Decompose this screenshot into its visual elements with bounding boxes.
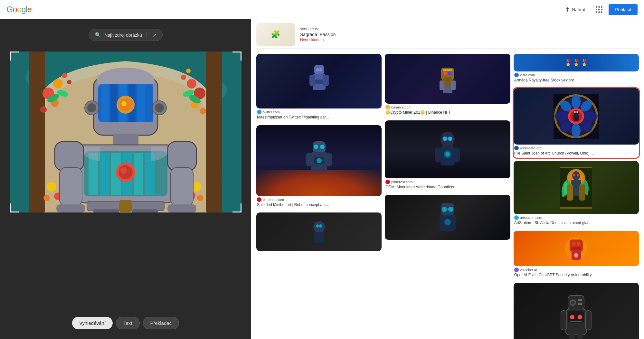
grid-item-source: pinterest.com <box>385 180 509 184</box>
svg-rect-153 <box>561 311 567 330</box>
logo-o2: o <box>17 5 21 14</box>
svg-point-145 <box>571 301 575 305</box>
list-item[interactable]: twitter.com Maestropizzart on Twitter: "… <box>256 54 382 122</box>
svg-point-96 <box>440 132 455 148</box>
tab-search[interactable]: Vyhledávání <box>72 317 113 329</box>
grid-col-3: 🎖️🎖️🎖️ vista.com Armáda Royalty-free Sto… <box>514 54 639 339</box>
grid-col-1: twitter.com Maestropizzart on Twitter: "… <box>256 54 382 339</box>
source-domain: twitter.com <box>263 110 280 114</box>
svg-point-74 <box>316 68 319 71</box>
grid-item-info: wikimedia.org File:Saint Joan of Arc Chu… <box>514 145 639 158</box>
grid-item-info: artstation.com ArtStation - St. Alicia D… <box>514 214 639 228</box>
svg-rect-72 <box>309 75 315 86</box>
svg-point-101 <box>448 137 452 141</box>
svg-rect-135 <box>560 167 592 168</box>
upload-button[interactable]: ⬆ Nahrát <box>561 4 589 16</box>
apps-grid-icon <box>596 6 602 13</box>
svg-point-151 <box>578 315 582 319</box>
grid-item-title: COM: Modulated Aetherblade Gauntlets... <box>385 185 509 190</box>
svg-point-140 <box>577 242 581 246</box>
svg-point-47 <box>155 103 164 112</box>
svg-point-59 <box>120 167 127 174</box>
apps-button[interactable] <box>593 4 605 15</box>
grid-item-info: voicebot.ai OpenAI Fixes ChatGPT Securit… <box>514 266 639 280</box>
signin-button[interactable]: Přihlásit <box>609 4 638 15</box>
list-item[interactable]: voicebot.ai OpenAI Fixes ChatGPT Securit… <box>514 231 639 280</box>
svg-point-134 <box>577 174 579 176</box>
svg-rect-95 <box>451 80 456 90</box>
svg-rect-98 <box>435 148 442 162</box>
svg-rect-69 <box>132 209 158 212</box>
grid-item-source: voicebot.ai <box>514 268 638 272</box>
bracket-top-right <box>232 52 242 61</box>
bottom-tabs: Vyhledávání Text Překladač <box>72 317 179 329</box>
result-title: Sagrada: Passion <box>300 32 639 37</box>
logo-g2: g <box>21 5 25 14</box>
source-domain: voicebot.ai <box>520 268 537 272</box>
main-content: 🔍 Najít zdroj obrázku ↗ <box>0 19 644 339</box>
svg-point-84 <box>317 158 322 163</box>
list-item[interactable]: artstation.com ArtStation - St. Alicia D… <box>514 161 639 228</box>
svg-rect-65 <box>167 204 196 212</box>
logo-o1: o <box>13 5 17 14</box>
svg-rect-67 <box>119 200 132 212</box>
grid-item-title: Shielded Minibot art | Robot concept art… <box>257 202 381 208</box>
top-result-info: svet-her.cz Sagrada: Passion Není sklade… <box>300 27 639 42</box>
source-domain: vista.com <box>520 73 535 77</box>
svg-point-23 <box>47 182 56 192</box>
list-item[interactable]: pinterest.com Shielded Minibot art | Rob… <box>256 125 382 210</box>
svg-rect-86 <box>314 232 324 243</box>
list-item[interactable]: binance.com 🪙Crypto Miner Z01🪙 | Binance… <box>385 54 510 117</box>
svg-rect-146 <box>578 299 582 301</box>
list-item[interactable] <box>385 195 510 240</box>
logo-g: G <box>6 5 13 14</box>
svg-rect-123 <box>573 115 579 121</box>
svg-rect-63 <box>171 167 193 206</box>
bracket-top-left <box>10 52 19 61</box>
grid-item-source: pinterest.com <box>257 197 381 202</box>
grid-item-source: artstation.com <box>514 215 638 220</box>
grid-item-title: File:Saint Joan of Arc Church (Powell, O… <box>514 151 638 156</box>
tab-text[interactable]: Text <box>116 317 140 329</box>
results-panel: 🧩 svet-her.cz Sagrada: Passion Není skla… <box>251 19 644 339</box>
svg-point-8 <box>53 79 63 89</box>
svg-rect-62 <box>60 167 82 206</box>
list-item[interactable]: wikimedia.org File:Saint Joan of Arc Chu… <box>514 88 639 158</box>
svg-rect-61 <box>167 142 196 171</box>
svg-point-25 <box>43 195 50 201</box>
list-item[interactable]: 🎖️🎖️🎖️ vista.com Armáda Royalty-free Sto… <box>514 54 639 85</box>
svg-point-17 <box>181 75 186 80</box>
source-domain: pinterest.com <box>263 198 284 202</box>
divider <box>147 33 147 38</box>
logo-e: e <box>27 5 31 14</box>
find-source-bar[interactable]: 🔍 Najít zdroj obrázku ↗ <box>89 29 163 41</box>
svg-rect-64 <box>56 204 85 212</box>
bracket-bottom-right <box>232 203 242 212</box>
upload-label: Nahrát <box>572 7 585 12</box>
grid-item-source: binance.com <box>385 105 509 109</box>
svg-point-87 <box>316 224 319 228</box>
tab-translate[interactable]: Překladač <box>143 317 179 329</box>
svg-point-75 <box>319 68 322 71</box>
header-right: ⬆ Nahrát Přihlásit <box>561 4 638 16</box>
image-grid: twitter.com Maestropizzart on Twitter: "… <box>256 51 639 339</box>
svg-rect-94 <box>440 80 444 90</box>
svg-point-12 <box>187 79 196 89</box>
grid-item-title: OpenAI Fixes ChatGPT Security Vulnerabil… <box>514 273 638 278</box>
grid-item-title: ArtStation - St. Alicia Dominica, staine… <box>514 221 638 226</box>
source-domain: wikimedia.org <box>520 146 542 150</box>
list-item[interactable] <box>256 212 382 251</box>
list-item[interactable]: vecteezy.com Funny robot illustration br… <box>514 283 639 339</box>
svg-point-28 <box>197 195 204 201</box>
svg-rect-80 <box>326 153 332 166</box>
svg-rect-73 <box>323 75 329 86</box>
external-link-icon: ↗ <box>153 33 156 38</box>
list-item[interactable]: pinterest.com COM: Modulated Aetherblade… <box>385 120 510 192</box>
stained-glass-robot-image <box>10 52 242 212</box>
svg-point-16 <box>67 80 71 84</box>
source-favicon <box>385 180 390 184</box>
source-favicon <box>514 268 519 272</box>
source-favicon <box>514 73 519 77</box>
upload-icon: ⬆ <box>565 6 570 13</box>
svg-point-113 <box>572 124 581 138</box>
